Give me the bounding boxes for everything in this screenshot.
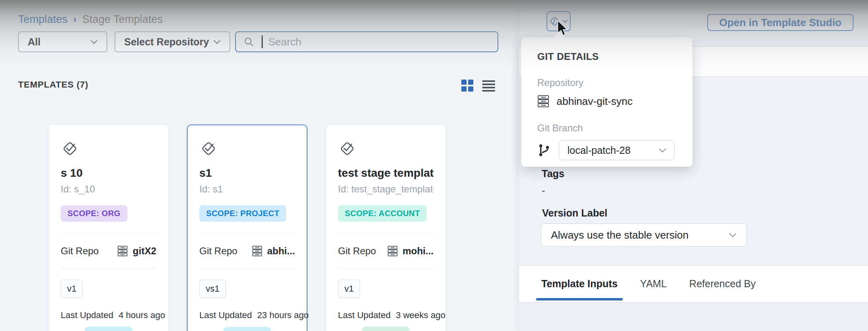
stable-badge — [223, 327, 271, 331]
divider — [199, 234, 295, 234]
breadcrumb-templates-link[interactable]: Templates — [18, 13, 68, 26]
last-updated-value: 3 weeks ago — [396, 310, 446, 321]
popover-title: GIT DETAILS — [537, 51, 676, 62]
tags-label: Tags — [542, 168, 565, 180]
last-updated-label: Last Updated — [199, 310, 252, 321]
template-details-panel: Open in Template Studio GIT DETAILS Repo… — [519, 0, 868, 331]
divider — [338, 269, 434, 269]
divider — [61, 234, 156, 234]
search-placeholder: Search — [268, 36, 301, 48]
git-repo-value: gitX2 — [133, 245, 156, 257]
git-repo-value: abhi... — [267, 245, 295, 257]
breadcrumb: Templates › Stage Templates — [18, 13, 163, 26]
last-updated-label: Last Updated — [61, 310, 113, 321]
templates-count-heading: TEMPLATES (7) — [18, 80, 88, 90]
template-title: s 10 — [61, 167, 156, 180]
chevron-down-icon — [90, 40, 98, 44]
template-title: test stage template ... — [338, 167, 434, 180]
repository-filter-dropdown[interactable]: Select Repository — [115, 31, 230, 52]
details-tabbar: Template Inputs YAML Referenced By — [519, 265, 868, 302]
repository-filter-value: Select Repository — [124, 36, 209, 48]
repository-icon — [537, 95, 549, 108]
search-input[interactable]: Search — [235, 31, 498, 52]
repository-label: Repository — [537, 77, 676, 88]
version-chip: v1 — [338, 280, 360, 298]
version-label: Version Label — [542, 207, 608, 219]
last-updated-value: 23 hours ago — [257, 310, 309, 321]
type-filter-value: All — [28, 36, 41, 48]
version-chip: v1 — [61, 280, 83, 298]
git-repo-label: Git Repo — [338, 245, 376, 257]
chevron-down-icon — [659, 148, 666, 153]
git-details-button[interactable] — [547, 11, 571, 31]
tab-template-inputs[interactable]: Template Inputs — [541, 266, 618, 302]
stable-badge — [362, 327, 409, 331]
scope-badge: SCOPE: ORG — [61, 205, 127, 222]
template-icon — [61, 139, 79, 157]
repository-icon — [252, 245, 262, 257]
chevron-down-icon — [729, 233, 737, 237]
template-card-s1[interactable]: s1 Id: s1 SCOPE: PROJECT Git Repo abhi..… — [187, 125, 307, 331]
chevron-down-icon — [213, 40, 221, 44]
open-in-template-studio-button[interactable]: Open in Template Studio — [707, 14, 854, 31]
tab-referenced-by[interactable]: Referenced By — [689, 266, 755, 302]
divider — [61, 269, 156, 269]
search-icon — [243, 36, 254, 47]
git-branch-icon — [537, 143, 551, 157]
template-list-panel: Templates › Stage Templates All Select R… — [0, 0, 519, 331]
git-sync-icon — [549, 16, 560, 27]
version-value: Always use the stable version — [551, 229, 689, 241]
breadcrumb-separator-icon: › — [73, 13, 76, 25]
version-dropdown[interactable]: Always use the stable version — [541, 223, 747, 247]
git-details-popover: GIT DETAILS Repository abhinav-git-sync … — [521, 37, 692, 167]
breadcrumb-current: Stage Templates — [82, 13, 163, 26]
divider — [338, 234, 434, 234]
git-repo-value: mohi... — [403, 245, 434, 257]
scope-badge: SCOPE: ACCOUNT — [338, 205, 427, 222]
template-id: Id: test_stage_template_... — [338, 184, 434, 195]
list-view-icon[interactable] — [482, 79, 495, 92]
last-updated-value: 4 hours ago — [119, 310, 165, 321]
repository-icon — [387, 245, 398, 257]
type-filter-dropdown[interactable]: All — [18, 31, 107, 52]
chevron-down-icon — [562, 19, 568, 23]
template-title: s1 — [199, 167, 295, 180]
stable-badge — [85, 327, 132, 331]
git-repo-label: Git Repo — [199, 245, 237, 257]
git-branch-value: local-patch-28 — [567, 145, 631, 156]
repository-value: abhinav-git-sync — [557, 95, 633, 108]
template-icon — [199, 139, 218, 157]
scope-badge: SCOPE: PROJECT — [199, 205, 286, 222]
template-card-s10[interactable]: s 10 Id: s_10 SCOPE: ORG Git Repo gitX2 … — [48, 125, 169, 331]
last-updated-label: Last Updated — [338, 310, 391, 321]
git-branch-label: Git Branch — [537, 123, 676, 134]
git-branch-dropdown[interactable]: local-patch-28 — [559, 140, 675, 160]
version-chip: vs1 — [199, 280, 226, 298]
templates-page: Templates › Stage Templates All Select R… — [0, 0, 868, 331]
git-repo-label: Git Repo — [61, 245, 99, 257]
template-id: Id: s_10 — [61, 184, 156, 195]
grid-view-icon[interactable] — [461, 79, 474, 92]
tab-yaml[interactable]: YAML — [640, 266, 667, 302]
repository-icon — [117, 245, 128, 257]
divider — [199, 269, 295, 269]
tab-content-area — [519, 303, 868, 331]
template-card-test-stage[interactable]: test stage template ... Id: test_stage_t… — [326, 125, 446, 331]
template-icon — [338, 139, 356, 157]
template-id: Id: s1 — [199, 184, 295, 195]
tags-value: - — [542, 185, 545, 196]
text-cursor — [262, 35, 263, 48]
